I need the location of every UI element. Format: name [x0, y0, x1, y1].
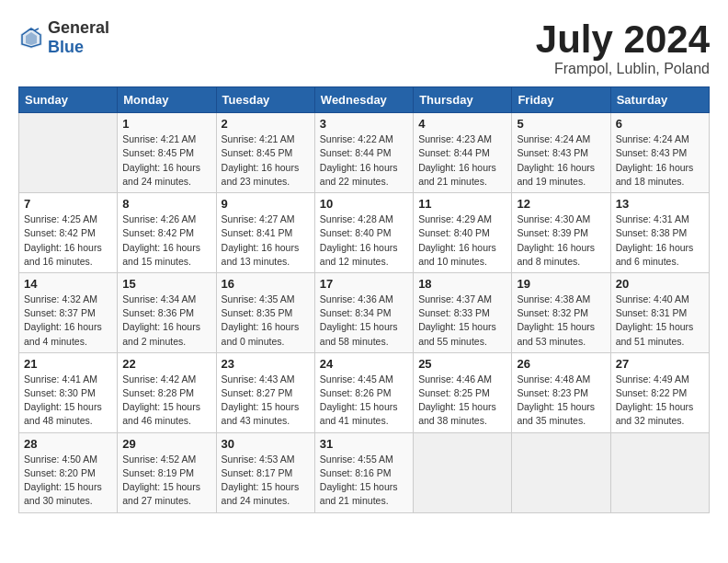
day-info: Sunrise: 4:48 AM Sunset: 8:23 PM Dayligh… — [517, 373, 605, 429]
day-info: Sunrise: 4:28 AM Sunset: 8:40 PM Dayligh… — [320, 213, 408, 269]
day-info: Sunrise: 4:29 AM Sunset: 8:40 PM Dayligh… — [418, 213, 506, 269]
day-number: 27 — [616, 357, 704, 371]
day-number: 29 — [122, 437, 210, 451]
page-header: General Blue July 2024 Frampol, Lublin, … — [18, 18, 710, 77]
day-info: Sunrise: 4:50 AM Sunset: 8:20 PM Dayligh… — [24, 453, 112, 509]
calendar-cell: 29Sunrise: 4:52 AM Sunset: 8:19 PM Dayli… — [118, 432, 216, 512]
calendar-cell: 11Sunrise: 4:29 AM Sunset: 8:40 PM Dayli… — [414, 193, 512, 273]
day-number: 28 — [24, 437, 112, 451]
calendar-cell: 6Sunrise: 4:24 AM Sunset: 8:43 PM Daylig… — [610, 113, 709, 193]
day-number: 9 — [222, 197, 310, 211]
day-number: 22 — [122, 357, 210, 371]
calendar-location: Frampol, Lublin, Poland — [536, 61, 710, 77]
calendar-cell: 14Sunrise: 4:32 AM Sunset: 8:37 PM Dayli… — [19, 272, 118, 352]
calendar-cell: 8Sunrise: 4:26 AM Sunset: 8:42 PM Daylig… — [118, 193, 216, 273]
day-number: 5 — [517, 117, 605, 131]
week-row-4: 21Sunrise: 4:41 AM Sunset: 8:30 PM Dayli… — [19, 352, 710, 432]
day-number: 15 — [122, 277, 210, 291]
calendar-cell: 1Sunrise: 4:21 AM Sunset: 8:45 PM Daylig… — [118, 113, 216, 193]
calendar-cell: 27Sunrise: 4:49 AM Sunset: 8:22 PM Dayli… — [610, 352, 709, 432]
calendar-cell: 16Sunrise: 4:35 AM Sunset: 8:35 PM Dayli… — [216, 272, 314, 352]
day-number: 8 — [122, 197, 210, 211]
calendar-cell: 5Sunrise: 4:24 AM Sunset: 8:43 PM Daylig… — [512, 113, 610, 193]
day-info: Sunrise: 4:37 AM Sunset: 8:33 PM Dayligh… — [418, 293, 506, 349]
title-block: July 2024 Frampol, Lublin, Poland — [536, 18, 710, 77]
day-number: 4 — [418, 117, 506, 131]
calendar-cell: 3Sunrise: 4:22 AM Sunset: 8:44 PM Daylig… — [314, 113, 413, 193]
header-row: SundayMondayTuesdayWednesdayThursdayFrid… — [19, 87, 710, 113]
day-number: 14 — [24, 277, 112, 291]
calendar-cell: 4Sunrise: 4:23 AM Sunset: 8:44 PM Daylig… — [414, 113, 512, 193]
day-info: Sunrise: 4:21 AM Sunset: 8:45 PM Dayligh… — [222, 132, 310, 189]
calendar-cell: 24Sunrise: 4:45 AM Sunset: 8:26 PM Dayli… — [314, 352, 413, 432]
day-info: Sunrise: 4:23 AM Sunset: 8:44 PM Dayligh… — [418, 132, 506, 189]
day-info: Sunrise: 4:31 AM Sunset: 8:38 PM Dayligh… — [616, 213, 704, 269]
day-number: 13 — [616, 197, 704, 211]
week-row-3: 14Sunrise: 4:32 AM Sunset: 8:37 PM Dayli… — [19, 272, 710, 352]
logo-blue: Blue — [48, 38, 84, 56]
day-number: 11 — [418, 197, 506, 211]
calendar-cell — [19, 113, 118, 193]
calendar-cell: 10Sunrise: 4:28 AM Sunset: 8:40 PM Dayli… — [314, 193, 413, 273]
calendar-cell: 21Sunrise: 4:41 AM Sunset: 8:30 PM Dayli… — [19, 352, 118, 432]
day-number: 31 — [320, 437, 408, 451]
day-number: 12 — [517, 197, 605, 211]
logo: General Blue — [18, 18, 109, 57]
calendar-cell: 9Sunrise: 4:27 AM Sunset: 8:41 PM Daylig… — [216, 193, 314, 273]
calendar-cell: 25Sunrise: 4:46 AM Sunset: 8:25 PM Dayli… — [414, 352, 512, 432]
header-day-tuesday: Tuesday — [216, 87, 314, 113]
day-number: 10 — [320, 197, 408, 211]
logo-icon — [18, 25, 44, 51]
calendar-cell: 2Sunrise: 4:21 AM Sunset: 8:45 PM Daylig… — [216, 113, 314, 193]
day-number: 30 — [222, 437, 310, 451]
header-day-saturday: Saturday — [610, 87, 709, 113]
day-info: Sunrise: 4:40 AM Sunset: 8:31 PM Dayligh… — [616, 293, 704, 349]
day-info: Sunrise: 4:34 AM Sunset: 8:36 PM Dayligh… — [122, 293, 210, 349]
day-number: 6 — [616, 117, 704, 131]
calendar-cell: 7Sunrise: 4:25 AM Sunset: 8:42 PM Daylig… — [19, 193, 118, 273]
day-info: Sunrise: 4:42 AM Sunset: 8:28 PM Dayligh… — [122, 373, 210, 429]
day-info: Sunrise: 4:41 AM Sunset: 8:30 PM Dayligh… — [24, 373, 112, 429]
week-row-2: 7Sunrise: 4:25 AM Sunset: 8:42 PM Daylig… — [19, 193, 710, 273]
calendar-cell: 15Sunrise: 4:34 AM Sunset: 8:36 PM Dayli… — [118, 272, 216, 352]
day-number: 7 — [24, 197, 112, 211]
day-info: Sunrise: 4:38 AM Sunset: 8:32 PM Dayligh… — [517, 293, 605, 349]
calendar-cell: 26Sunrise: 4:48 AM Sunset: 8:23 PM Dayli… — [512, 352, 610, 432]
day-info: Sunrise: 4:35 AM Sunset: 8:35 PM Dayligh… — [222, 293, 310, 349]
calendar-cell — [610, 432, 709, 512]
calendar-cell: 28Sunrise: 4:50 AM Sunset: 8:20 PM Dayli… — [19, 432, 118, 512]
calendar-cell: 18Sunrise: 4:37 AM Sunset: 8:33 PM Dayli… — [414, 272, 512, 352]
day-info: Sunrise: 4:46 AM Sunset: 8:25 PM Dayligh… — [418, 373, 506, 429]
day-number: 19 — [517, 277, 605, 291]
day-info: Sunrise: 4:25 AM Sunset: 8:42 PM Dayligh… — [24, 213, 112, 269]
day-number: 17 — [320, 277, 408, 291]
week-row-1: 1Sunrise: 4:21 AM Sunset: 8:45 PM Daylig… — [19, 113, 710, 193]
day-number: 20 — [616, 277, 704, 291]
calendar-cell: 13Sunrise: 4:31 AM Sunset: 8:38 PM Dayli… — [610, 193, 709, 273]
calendar-title: July 2024 — [536, 18, 710, 61]
day-info: Sunrise: 4:24 AM Sunset: 8:43 PM Dayligh… — [517, 132, 605, 189]
calendar-header: SundayMondayTuesdayWednesdayThursdayFrid… — [19, 87, 710, 113]
header-day-sunday: Sunday — [19, 87, 118, 113]
calendar-cell: 31Sunrise: 4:55 AM Sunset: 8:16 PM Dayli… — [314, 432, 413, 512]
day-info: Sunrise: 4:53 AM Sunset: 8:17 PM Dayligh… — [222, 453, 310, 509]
day-number: 25 — [418, 357, 506, 371]
day-number: 24 — [320, 357, 408, 371]
calendar-cell: 22Sunrise: 4:42 AM Sunset: 8:28 PM Dayli… — [118, 352, 216, 432]
day-number: 3 — [320, 117, 408, 131]
day-info: Sunrise: 4:55 AM Sunset: 8:16 PM Dayligh… — [320, 453, 408, 509]
day-number: 16 — [222, 277, 310, 291]
calendar-cell: 19Sunrise: 4:38 AM Sunset: 8:32 PM Dayli… — [512, 272, 610, 352]
day-number: 23 — [222, 357, 310, 371]
calendar-cell — [512, 432, 610, 512]
day-info: Sunrise: 4:27 AM Sunset: 8:41 PM Dayligh… — [222, 213, 310, 269]
day-number: 21 — [24, 357, 112, 371]
calendar-cell: 23Sunrise: 4:43 AM Sunset: 8:27 PM Dayli… — [216, 352, 314, 432]
calendar-table: SundayMondayTuesdayWednesdayThursdayFrid… — [18, 86, 710, 512]
day-info: Sunrise: 4:22 AM Sunset: 8:44 PM Dayligh… — [320, 132, 408, 189]
header-day-friday: Friday — [512, 87, 610, 113]
day-info: Sunrise: 4:49 AM Sunset: 8:22 PM Dayligh… — [616, 373, 704, 429]
day-number: 1 — [122, 117, 210, 131]
day-number: 18 — [418, 277, 506, 291]
day-info: Sunrise: 4:24 AM Sunset: 8:43 PM Dayligh… — [616, 132, 704, 189]
